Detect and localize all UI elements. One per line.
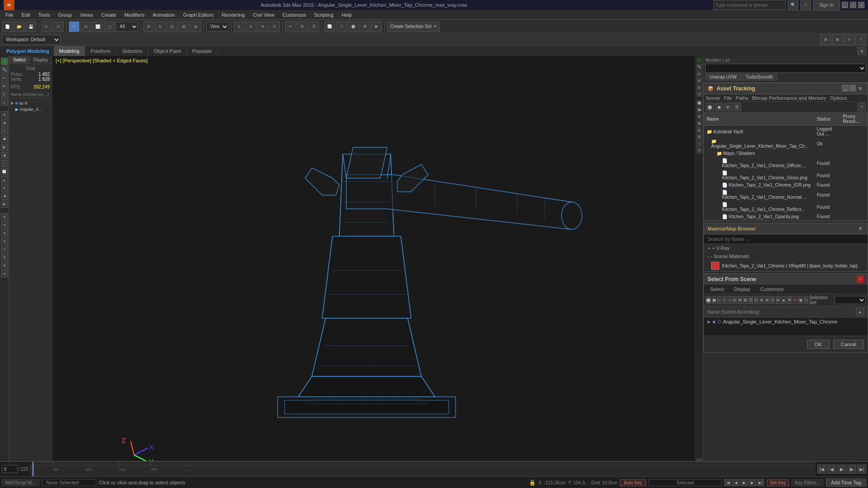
curve-editor-btn[interactable]: 📈 [324, 21, 335, 32]
jump-start-btn[interactable]: |◀ [817, 465, 826, 474]
left-tool7[interactable]: ⬛ [1, 160, 8, 167]
sfs-tab-select[interactable]: Select [706, 286, 729, 293]
cmd-icon4[interactable]: ◉ [696, 120, 703, 127]
max-logo[interactable]: M [4, 0, 14, 10]
left-tool2[interactable]: ◉ [1, 119, 8, 127]
sfs-clear-btn[interactable]: ✕ [793, 296, 797, 304]
menu-create[interactable]: Create [98, 11, 120, 19]
sfs-ok-btn[interactable]: OK [807, 340, 830, 349]
left-tool18[interactable]: ⊚ [1, 254, 8, 261]
left-tool6[interactable]: ◨ [1, 152, 8, 159]
angle-snap-btn[interactable]: A [245, 21, 256, 32]
menu-modifiers[interactable]: Modifiers [121, 11, 148, 19]
jump-end-btn[interactable]: ▶| [857, 465, 866, 474]
menu-graph-editors[interactable]: Graph Editors [179, 11, 217, 19]
add-time-tag-btn[interactable]: Add Time Tag [826, 479, 866, 487]
minimize-btn[interactable]: _ [842, 2, 848, 8]
left-tool5[interactable]: ◧ [1, 144, 8, 151]
lock-icon[interactable]: 🔒 [529, 479, 536, 486]
timeline-track[interactable]: 50 100 150 200 ... [31, 462, 816, 476]
cmd-motion[interactable]: M [696, 77, 703, 84]
menu-customize[interactable]: Customize [279, 11, 310, 19]
left-tool8[interactable]: ⬜ [1, 168, 8, 175]
mirror-btn[interactable]: ⇔ [285, 21, 296, 32]
cmd-modify[interactable]: 🔧 [696, 64, 703, 70]
mat-section-scene[interactable]: - Scene Materials [704, 252, 868, 260]
bottom-play1[interactable]: |◀ [724, 479, 731, 486]
bottom-play5[interactable]: ▶| [757, 479, 764, 486]
sfs-sel-dropdown[interactable] [835, 296, 866, 304]
at-help-btn[interactable]: ? [858, 103, 866, 111]
sfs-close-btn[interactable]: ✕ [857, 276, 864, 283]
bottom-play3[interactable]: ▶ [741, 479, 748, 486]
menu-rendering[interactable]: Rendering [218, 11, 249, 19]
schematic-btn[interactable]: ⬡ [336, 21, 347, 32]
tab-modeling[interactable]: Modeling [54, 46, 85, 56]
sfs-icon11[interactable]: ⊕ [760, 296, 764, 304]
help2-btn[interactable]: ? [855, 34, 866, 45]
render-btn[interactable]: ▶ [371, 21, 382, 32]
menu-tools[interactable]: Tools [35, 11, 54, 19]
unwrap-uvw-btn[interactable]: Unwrap UVW [705, 74, 741, 80]
sfs-icon17[interactable]: ◉ [798, 296, 803, 304]
grid-btn[interactable]: # [844, 34, 854, 45]
rotate-btn[interactable]: ↻ [155, 21, 166, 32]
left-tool13[interactable]: ⊕ [1, 213, 8, 221]
sfs-icon4[interactable]: ▽ [722, 296, 726, 304]
bottom-play4[interactable]: ▶ [749, 479, 756, 486]
cmd-icon7[interactable]: → [696, 141, 703, 147]
sfs-icon9[interactable]: ☰ [749, 296, 753, 304]
maxscript-btn[interactable]: MAXScript Mi... [2, 479, 39, 486]
cmd-utils[interactable]: U [696, 91, 703, 97]
modifier-dropdown[interactable] [705, 64, 866, 73]
left-tool10[interactable]: ▼ [1, 184, 8, 192]
create-selection-btn[interactable]: Create Selection Sel ▼ [387, 22, 440, 32]
sfs-tab-display[interactable]: Display [730, 286, 755, 293]
sfs-icon7[interactable]: ⊞ [738, 296, 742, 304]
ref-coord-btn[interactable]: ⊕ [190, 21, 201, 32]
hierarchy-panel-btn[interactable]: H [1, 74, 8, 81]
menu-help[interactable]: Help [338, 11, 356, 19]
left-tool19[interactable]: ⊛ [1, 262, 8, 269]
left-tool16[interactable]: ⊘ [1, 238, 8, 245]
at-icon3[interactable]: ⊞ [724, 103, 732, 111]
asset-table-row-5[interactable]: 📄 Kitchen_Taps_2_Var1_Chrome_IOR.png Fou… [704, 182, 868, 189]
scene-tab-select[interactable]: Select [9, 56, 30, 64]
key-filters-btn[interactable]: Key Filters... [792, 479, 823, 486]
sfs-cancel-btn[interactable]: Cancel [833, 340, 864, 349]
sfs-icon1[interactable]: ⬤ [706, 296, 711, 304]
menu-group[interactable]: Group [54, 11, 75, 19]
asset-table-row-0[interactable]: 📁 Autodesk Vault Logged Out ... [704, 126, 868, 138]
left-tool9[interactable]: ▲ [1, 176, 8, 183]
tree-item-angular[interactable]: ▶ Angular_S... [10, 106, 51, 113]
tab-populate[interactable]: Populate [187, 46, 217, 56]
asset-table-row-6[interactable]: 📄 Kitchen_Taps_2_Var1_Chrome_Normal.... … [704, 189, 868, 201]
sfs-tree-item-0[interactable]: ▶ ◈ ⬡ Angular_Single_Lever_Kitchen_Mixer… [704, 318, 868, 326]
menu-animation[interactable]: Animation [149, 11, 179, 19]
tab-settings-btn[interactable]: ⚙ [857, 47, 866, 55]
asset-table-row-8[interactable]: 📄 Kitchen_Taps_2_Var1_Opacity.png Found [704, 213, 868, 221]
at-menu-file[interactable]: File [724, 95, 732, 101]
sfs-icon10[interactable]: ⊡ [754, 296, 759, 304]
maximize-btn[interactable]: □ [850, 2, 856, 8]
sfs-icon14[interactable]: ⊛ [776, 296, 780, 304]
sfs-icon5[interactable]: ◁ [727, 296, 731, 304]
at-icon1[interactable]: ⬤ [706, 103, 714, 111]
open-btn[interactable]: 📂 [14, 21, 24, 32]
left-tool1[interactable]: ◈ [1, 111, 8, 118]
cmd-display[interactable]: D [696, 84, 703, 90]
cmd-icon5[interactable]: ▼ [696, 127, 703, 133]
layer-mgr-btn[interactable]: ☰ [308, 21, 319, 32]
undo-btn[interactable]: ↩ [41, 21, 52, 32]
align-btn[interactable]: ⊟ [297, 21, 307, 32]
left-tool14[interactable]: ⊖ [1, 221, 8, 229]
mat-section-vray[interactable]: + V-Ray [704, 244, 868, 252]
redo-btn[interactable]: ↪ [53, 21, 64, 32]
cmd-hierarchy[interactable]: H [696, 70, 703, 77]
sign-in-btn[interactable]: Sign In [813, 0, 840, 10]
display-panel-btn[interactable]: D [1, 90, 8, 98]
set-key-btn[interactable]: Set Key [767, 479, 789, 486]
cmd-icon3[interactable]: ◈ [696, 113, 703, 120]
left-tool12[interactable]: ▶ [1, 201, 8, 208]
utilities-panel-btn[interactable]: U [1, 99, 8, 106]
